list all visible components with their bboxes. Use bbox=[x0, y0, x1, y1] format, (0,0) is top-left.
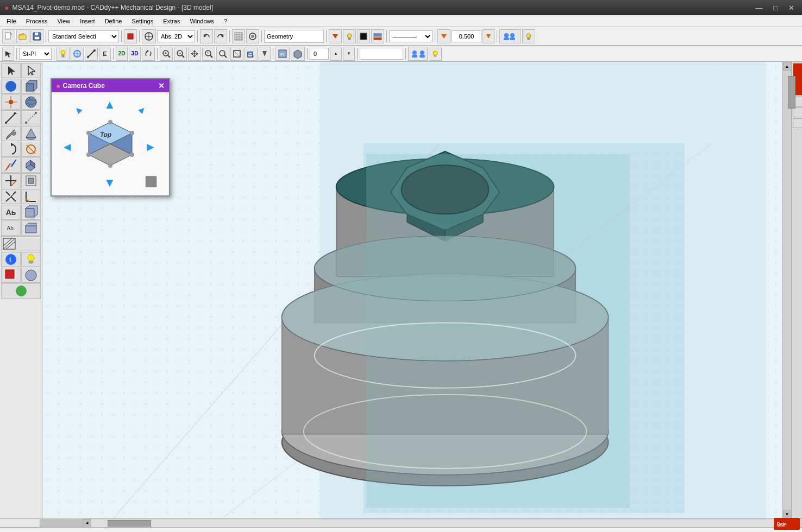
menu-settings[interactable]: Settings bbox=[127, 17, 158, 26]
undo-button[interactable] bbox=[200, 29, 213, 43]
coord-button[interactable] bbox=[142, 29, 156, 43]
right-scrollbar[interactable]: ▲ ▼ bbox=[782, 62, 791, 518]
line-type-dropdown[interactable]: ———— bbox=[389, 30, 433, 42]
small-cube-icon[interactable] bbox=[146, 176, 156, 187]
maximize-button[interactable]: □ bbox=[770, 3, 781, 13]
select-arrow-tool[interactable] bbox=[1, 63, 21, 78]
layer-arrow-button[interactable] bbox=[437, 29, 450, 43]
menu-help[interactable]: ? bbox=[220, 17, 231, 26]
extrude-tool[interactable] bbox=[21, 157, 41, 173]
camera-cube-close-button[interactable]: ✕ bbox=[158, 81, 165, 90]
box-3d-tool[interactable] bbox=[21, 79, 41, 94]
hatch-tool[interactable] bbox=[1, 236, 41, 251]
node-tool[interactable] bbox=[1, 173, 21, 188]
hscroll-left-button[interactable]: ◄ bbox=[83, 519, 91, 528]
zoom-fit-button[interactable] bbox=[174, 47, 187, 61]
view-front[interactable]: Fr bbox=[275, 47, 290, 61]
arrow-tool[interactable] bbox=[2, 47, 14, 61]
new-button[interactable] bbox=[2, 29, 15, 43]
fill-tool[interactable] bbox=[1, 268, 21, 283]
menu-windows[interactable]: Windows bbox=[185, 17, 218, 26]
zoom-in-button[interactable]: + bbox=[202, 47, 215, 61]
color-text-input[interactable] bbox=[360, 48, 403, 60]
menu-define[interactable]: Define bbox=[101, 17, 127, 26]
geometry-input[interactable] bbox=[264, 30, 324, 43]
sketch-point-tool[interactable] bbox=[1, 94, 21, 110]
e-button[interactable]: E bbox=[99, 47, 111, 61]
snap-view-button[interactable] bbox=[71, 47, 84, 61]
scroll-up-button[interactable]: ▲ bbox=[783, 62, 792, 71]
help-btn2[interactable] bbox=[429, 47, 442, 61]
zoom-all-button[interactable] bbox=[230, 47, 243, 61]
circle-tool[interactable] bbox=[1, 79, 21, 94]
layer-stack-button[interactable] bbox=[371, 29, 384, 43]
light-view-button[interactable] bbox=[57, 47, 70, 61]
cube-nav-left[interactable]: ◄ bbox=[61, 140, 73, 154]
view-iso[interactable] bbox=[291, 47, 305, 61]
workplane-dropdown[interactable]: St-Pl bbox=[19, 48, 52, 60]
menu-extras[interactable]: Extras bbox=[159, 17, 184, 26]
select-arrow-outline-tool[interactable] bbox=[21, 63, 41, 78]
cube-3d-visual[interactable]: Top bbox=[80, 114, 140, 174]
rp-btn2[interactable] bbox=[793, 107, 802, 117]
rp-btn3[interactable] bbox=[793, 118, 802, 128]
pan-button[interactable] bbox=[188, 47, 201, 61]
user-btn1[interactable] bbox=[408, 47, 428, 61]
flat-box-tool[interactable] bbox=[21, 220, 41, 236]
hscroll-track[interactable] bbox=[91, 520, 775, 527]
grid-button[interactable] bbox=[232, 29, 245, 43]
arrow-down-button[interactable] bbox=[259, 47, 271, 61]
cube-nav-up[interactable]: ▲ bbox=[104, 98, 116, 112]
scroll-thumb[interactable] bbox=[788, 76, 795, 109]
viewport[interactable]: Z Y X bbox=[42, 62, 782, 518]
close-button[interactable]: ✕ bbox=[785, 3, 798, 13]
zoom-out-button[interactable] bbox=[216, 47, 229, 61]
line-draw-button[interactable] bbox=[85, 47, 98, 61]
view-toggle-button[interactable] bbox=[246, 29, 259, 43]
open-button[interactable] bbox=[16, 29, 29, 43]
layer-down-button[interactable] bbox=[329, 29, 342, 43]
sphere-tool[interactable] bbox=[21, 94, 41, 110]
2d-button[interactable]: 2D bbox=[116, 47, 128, 61]
zoom-window-button[interactable] bbox=[245, 47, 258, 61]
user-group-button[interactable] bbox=[499, 29, 521, 43]
green-dot-tool[interactable] bbox=[1, 283, 41, 299]
info-tool[interactable]: i bbox=[1, 252, 21, 267]
coord-system-dropdown[interactable]: Abs. 2D bbox=[157, 30, 195, 42]
minimize-button[interactable]: — bbox=[752, 3, 766, 13]
3d-button[interactable]: 3D bbox=[129, 47, 141, 61]
cone-tool[interactable] bbox=[21, 126, 41, 141]
hscroll-thumb[interactable] bbox=[108, 520, 151, 527]
rotate-button[interactable] bbox=[142, 47, 155, 61]
scroll-down-button[interactable]: ▼ bbox=[783, 510, 792, 518]
sweep-tool[interactable] bbox=[21, 173, 41, 188]
measure-tool[interactable] bbox=[21, 110, 41, 125]
help-button[interactable] bbox=[522, 29, 535, 43]
edit-point-tool[interactable] bbox=[21, 142, 41, 157]
menu-file[interactable]: File bbox=[2, 17, 21, 26]
fillet-tool[interactable] bbox=[21, 189, 41, 204]
line-width-input[interactable] bbox=[452, 30, 481, 42]
mirror-tool[interactable] bbox=[1, 157, 21, 173]
save-button[interactable] bbox=[30, 29, 43, 43]
cube-navigator[interactable]: ▲ ▲ ▲ ◄ ► ▼ bbox=[61, 98, 159, 190]
menu-process[interactable]: Process bbox=[22, 17, 52, 26]
menu-insert[interactable]: Insert bbox=[76, 17, 99, 26]
zoom-spinup[interactable]: ▲ bbox=[330, 47, 342, 61]
text-tool[interactable]: Aь bbox=[1, 205, 21, 220]
color-black-button[interactable] bbox=[357, 29, 370, 43]
snap-icon[interactable] bbox=[124, 29, 137, 43]
rotate-edit-tool[interactable] bbox=[1, 142, 21, 157]
cube-nav-down[interactable]: ▼ bbox=[104, 176, 116, 190]
cube-nav-right[interactable]: ► bbox=[145, 140, 156, 154]
wrench-tool[interactable] bbox=[1, 126, 21, 141]
selection-mode-dropdown[interactable]: Standard Selecti bbox=[48, 30, 119, 42]
dim-text-tool[interactable]: Ab. bbox=[1, 220, 21, 236]
light-bulb-button[interactable] bbox=[343, 29, 356, 43]
menu-view[interactable]: View bbox=[53, 17, 74, 26]
half-sphere-tool[interactable] bbox=[21, 268, 41, 283]
redo-button[interactable] bbox=[214, 29, 227, 43]
bottom-scrollbar[interactable]: ◄ ► bbox=[83, 518, 784, 527]
box-outline-tool[interactable] bbox=[21, 205, 41, 220]
zoom-spindown[interactable]: ▼ bbox=[343, 47, 355, 61]
